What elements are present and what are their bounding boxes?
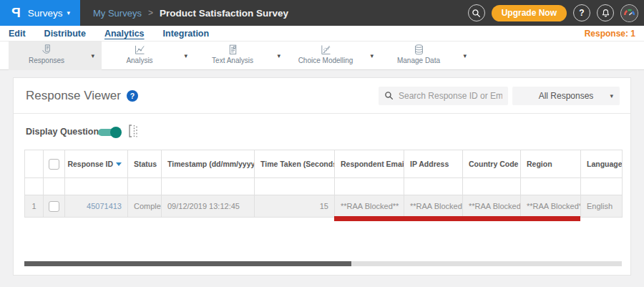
top-bar: P Surveys ▾ My Surveys > Product Satisfa… [0,0,644,26]
cell-ip-address: **RAA Blocked** [404,195,463,218]
display-questions-toggle[interactable] [98,129,119,136]
header-timestamp[interactable]: Timestamp (dd/mm/yyyy) [162,150,255,178]
header-region[interactable]: Region [521,150,581,178]
search-icon [384,91,394,100]
cell-region: **RAA Blocked** [521,195,581,218]
toolbar-choice-modelling[interactable]: Choice Modelling ▾ [288,42,381,70]
response-id-link[interactable]: 45071413 [87,202,122,210]
horizontal-scrollbar-thumb[interactable] [24,261,351,266]
chevron-down-icon[interactable]: ▾ [184,52,187,59]
cell-status: Completed [128,195,162,218]
help-button[interactable]: ? [573,4,590,21]
toolbar-responses-label: Responses [29,57,64,64]
table-row: 1 45071413 Completed 09/12/2019 13:12:45… [25,195,623,218]
analysis-icon [133,44,147,56]
header-status[interactable]: Status [128,150,162,178]
header-language-label: Language [587,160,623,168]
toolbar-manage-data[interactable]: Manage Data ▾ [381,42,474,70]
header-respondent-email[interactable]: Respondent Email [335,150,404,178]
tab-edit[interactable]: Edit [9,29,26,39]
notifications-button[interactable] [597,4,614,21]
filter-cell [162,178,255,195]
questionpro-logo-icon: P [11,5,21,21]
search-input[interactable] [379,87,508,105]
header-response-id-label: Response ID [67,160,113,168]
analytics-toolbar: Responses ▾ Analysis ▾ Text Analysis ▾ C… [0,42,644,70]
response-search [379,87,508,105]
row-select-cell [44,195,65,218]
tab-distribute[interactable]: Distribute [44,29,86,39]
row-checkbox[interactable] [49,201,59,212]
survey-nav: Edit Distribute Analytics Integration Re… [0,26,644,42]
header-country-code-label: Country Code [469,160,518,168]
header-country-code[interactable]: Country Code [463,150,521,178]
chevron-down-icon: ▾ [610,93,613,99]
title-help-icon[interactable]: ? [127,90,138,102]
topbar-actions: Upgrade Now ? [468,0,638,26]
choice-modelling-icon [319,44,333,56]
breadcrumb-separator: > [148,8,153,18]
toolbar-analysis-label: Analysis [126,57,152,64]
search-button[interactable] [468,4,485,21]
header-language[interactable]: Language [581,150,623,178]
header-time-taken-label: Time Taken (Seconds) [260,160,335,168]
toolbar-text-analysis-label: Text Analysis [212,57,253,64]
toolbar-responses[interactable]: Responses ▾ [9,42,102,70]
select-all-checkbox[interactable] [49,159,59,170]
cell-time-taken: 15 [255,195,335,218]
responses-filter-dropdown[interactable]: All Responses ▾ [512,87,620,105]
filter-cell [463,178,521,195]
toolbar-text-analysis[interactable]: Text Analysis ▾ [195,42,288,70]
response-viewer-card: Response Viewer ? All Responses ▾ Displa… [13,77,631,276]
header-ip-address-label: IP Address [410,160,449,168]
filter-cell [335,178,404,195]
breadcrumb: My Surveys > Product Satisfaction Survey [93,0,288,26]
upgrade-now-button[interactable]: Upgrade Now [492,5,567,21]
filter-cell [255,178,335,195]
horizontal-scrollbar-track[interactable] [24,261,622,266]
column-navigator-button[interactable] [127,123,141,139]
filter-cell [581,178,623,195]
bell-icon [601,9,610,18]
manage-data-icon [412,44,426,56]
filter-cell [65,178,128,195]
header-respondent-email-label: Respondent Email [341,160,404,168]
page-title: Response Viewer ? [26,89,138,103]
viewer-controls: Display Questions [14,114,630,148]
toolbar-analysis[interactable]: Analysis ▾ [102,42,195,70]
header-select-all [44,150,65,178]
filter-cell [44,178,65,195]
response-count: Response: 1 [585,29,635,39]
page-title-text: Response Viewer [26,89,121,103]
tab-analytics[interactable]: Analytics [104,29,145,39]
toolbar-choice-modelling-label: Choice Modelling [298,57,353,64]
avatar-gauge-icon [621,5,638,21]
help-icon: ? [579,8,584,18]
header-ip-address[interactable]: IP Address [404,150,463,178]
display-questions-label: Display Questions [26,127,104,137]
product-switcher[interactable]: P Surveys ▾ [0,0,80,26]
chevron-down-icon[interactable]: ▾ [370,52,374,59]
breadcrumb-my-surveys[interactable]: My Surveys [93,8,142,19]
cell-language: English [581,195,623,218]
surveys-menu[interactable]: Surveys ▾ [28,8,70,19]
chevron-down-icon[interactable]: ▾ [463,52,467,59]
cell-timestamp: 09/12/2019 13:12:45 [162,195,255,218]
toggle-knob [110,127,122,138]
cell-respondent-email: **RAA Blocked** [335,195,404,218]
header-time-taken[interactable]: Time Taken (Seconds) [255,150,335,178]
responses-table: Response ID Status Timestamp (dd/mm/yyyy… [24,150,623,218]
user-avatar[interactable] [620,4,638,22]
chevron-down-icon[interactable]: ▾ [277,52,280,59]
header-rownum [25,150,44,178]
tab-integration[interactable]: Integration [163,29,210,39]
header-response-id[interactable]: Response ID [65,150,128,178]
filter-cell [128,178,162,195]
header-status-label: Status [134,160,157,168]
search-icon [472,9,481,18]
filter-cell [25,178,44,195]
chevron-down-icon[interactable]: ▾ [91,52,94,59]
table-filter-row [25,178,623,195]
header-timestamp-label: Timestamp (dd/mm/yyyy) [167,160,255,168]
breadcrumb-current-survey: Product Satisfaction Survey [160,8,288,19]
